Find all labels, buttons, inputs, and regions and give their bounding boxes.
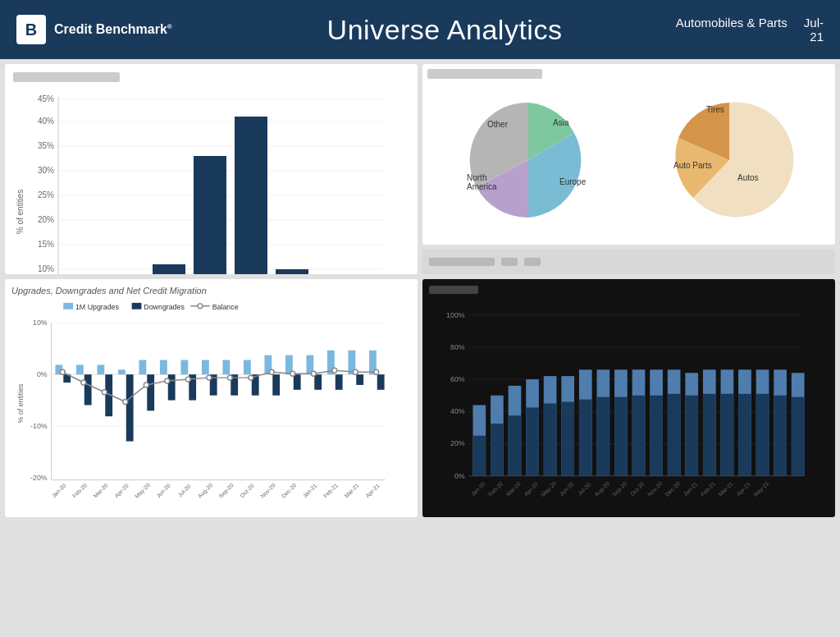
svg-rect-31: [132, 303, 142, 309]
svg-text:Balance: Balance: [212, 303, 239, 311]
svg-point-96: [81, 380, 86, 385]
svg-text:15%: 15%: [38, 240, 54, 249]
bar-chart-panel: 0% 5% 10% 15% 20% 25% 30% 35% 40%: [5, 64, 418, 274]
svg-rect-160: [774, 396, 787, 476]
svg-rect-53: [97, 364, 104, 374]
svg-point-107: [311, 371, 316, 376]
bar-a: [153, 264, 185, 274]
y-axis-label: % of entities: [16, 190, 25, 234]
asia-label: Asia: [553, 118, 569, 127]
svg-rect-74: [244, 360, 251, 375]
svg-text:Apr-21: Apr-21: [364, 483, 381, 499]
svg-text:Feb-20: Feb-20: [71, 482, 88, 498]
upgrade-downgrade-chart: 1M Upgrades Downgrades Balance 10% 0% -1…: [11, 299, 389, 508]
svg-rect-159: [756, 394, 769, 476]
svg-text:Jun-20: Jun-20: [155, 483, 171, 499]
svg-rect-154: [668, 394, 681, 476]
autos-label: Autos: [737, 173, 759, 182]
svg-text:-20%: -20%: [30, 474, 48, 482]
dark-bar-chart: 100% 80% 60% 40% 20% 0%: [429, 299, 806, 508]
header-meta: Automobiles & Parts Jul-21: [660, 16, 824, 44]
svg-rect-87: [336, 374, 343, 390]
app-header: B Credit Benchmark® Universe Analytics A…: [0, 0, 840, 59]
svg-text:20%: 20%: [450, 439, 465, 447]
svg-rect-152: [632, 396, 646, 476]
logo-area: B Credit Benchmark®: [16, 15, 230, 44]
svg-rect-90: [356, 374, 363, 385]
svg-rect-71: [222, 360, 230, 375]
svg-rect-62: [160, 360, 167, 375]
svg-rect-157: [721, 394, 734, 476]
svg-text:10%: 10%: [33, 318, 48, 327]
svg-point-106: [290, 371, 295, 376]
svg-rect-29: [63, 303, 73, 309]
svg-text:35%: 35%: [38, 141, 54, 150]
pie-charts-panel: Asia Europe North America Other A: [422, 64, 835, 245]
svg-rect-161: [792, 397, 805, 476]
svg-text:Sep-20: Sep-20: [217, 482, 235, 499]
svg-rect-51: [84, 374, 92, 405]
auto-parts-label: Auto Parts: [673, 161, 712, 170]
svg-text:10%: 10%: [38, 264, 54, 273]
svg-text:0%: 0%: [37, 370, 48, 378]
ccr-bar-chart: 0% 5% 10% 15% 20% 25% 30% 35% 40%: [13, 89, 390, 274]
svg-text:Downgrades: Downgrades: [144, 303, 185, 311]
strip-block-3: [524, 258, 541, 266]
svg-point-104: [249, 375, 253, 380]
bar-b: [276, 269, 308, 274]
svg-point-110: [374, 369, 379, 374]
svg-rect-147: [544, 404, 557, 476]
dark-bar-chart-panel: 100% 80% 60% 40% 20% 0%: [422, 279, 835, 517]
north-america-label: North: [467, 173, 486, 182]
europe-label: Europe: [559, 177, 587, 186]
svg-rect-63: [168, 374, 176, 400]
svg-rect-144: [491, 424, 504, 476]
svg-text:Dec-20: Dec-20: [281, 482, 298, 499]
svg-point-95: [60, 369, 65, 374]
svg-rect-50: [76, 364, 84, 374]
top-section-strip: [422, 250, 835, 274]
svg-text:40%: 40%: [450, 407, 465, 415]
north-america-label2: America: [467, 182, 497, 191]
svg-rect-59: [139, 360, 146, 375]
tires-label: Tires: [706, 105, 724, 114]
svg-text:Mar-20: Mar-20: [92, 482, 108, 498]
bar-bbb: [194, 156, 226, 274]
bar-section-label: [13, 72, 120, 82]
svg-text:100%: 100%: [446, 311, 465, 319]
svg-text:Jan-21: Jan-21: [302, 483, 318, 499]
bar-bb: [235, 117, 267, 274]
upgrade-chart-panel: Upgrades, Downgrades and Net Credit Migr…: [5, 279, 418, 517]
svg-point-105: [269, 369, 274, 374]
svg-text:0%: 0%: [454, 472, 465, 480]
svg-rect-60: [147, 374, 154, 410]
date-label: Jul-21: [804, 16, 824, 44]
svg-text:Apr-20: Apr-20: [113, 483, 130, 499]
svg-text:Jul-20: Jul-20: [176, 483, 191, 497]
strip-block-2: [501, 258, 518, 266]
svg-text:25%: 25%: [38, 190, 54, 199]
svg-rect-153: [650, 396, 663, 476]
svg-rect-65: [180, 360, 188, 375]
svg-rect-81: [294, 374, 301, 390]
page-title: Universe Analytics: [230, 14, 660, 46]
svg-text:80%: 80%: [450, 343, 465, 351]
svg-rect-68: [202, 360, 209, 375]
svg-point-102: [207, 375, 212, 380]
svg-text:May-20: May-20: [134, 482, 152, 500]
svg-point-103: [227, 375, 232, 380]
svg-point-108: [332, 368, 337, 373]
category-label: Automobiles & Parts: [676, 16, 788, 30]
svg-rect-149: [579, 400, 592, 476]
svg-rect-78: [272, 374, 280, 396]
svg-rect-56: [118, 369, 126, 374]
svg-point-100: [165, 378, 170, 383]
dark-strip-label: [429, 286, 478, 294]
svg-text:Nov-20: Nov-20: [259, 482, 276, 499]
segment-pie-chart: Autos Auto Parts Tires: [664, 94, 795, 229]
svg-text:40%: 40%: [38, 117, 54, 126]
svg-point-109: [353, 369, 358, 374]
svg-point-33: [198, 304, 203, 309]
svg-point-99: [144, 383, 148, 387]
logo-box: B: [16, 15, 46, 44]
